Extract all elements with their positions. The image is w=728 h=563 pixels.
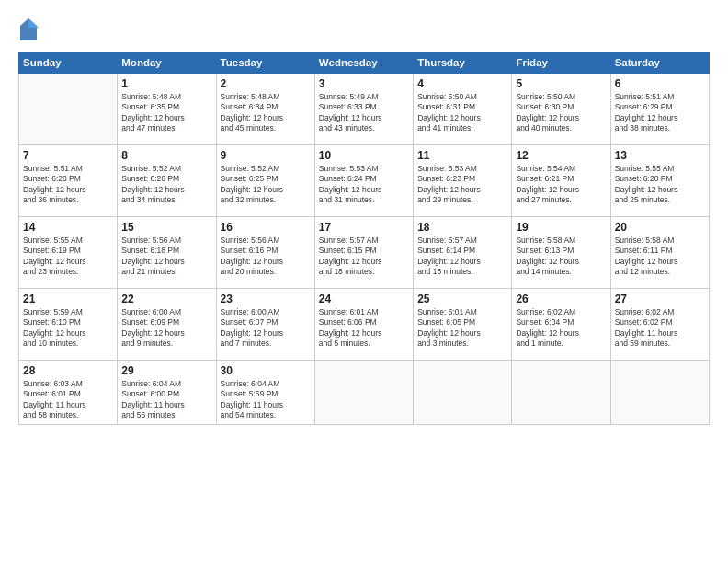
calendar-week-3: 21Sunrise: 5:59 AM Sunset: 6:10 PM Dayli… [19,289,710,361]
calendar-cell: 14Sunrise: 5:55 AM Sunset: 6:19 PM Dayli… [19,217,118,289]
calendar-cell: 5Sunrise: 5:50 AM Sunset: 6:30 PM Daylig… [512,74,610,145]
calendar-cell: 20Sunrise: 5:58 AM Sunset: 6:11 PM Dayli… [610,217,709,289]
day-number: 26 [516,293,606,305]
calendar-cell: 9Sunrise: 5:52 AM Sunset: 6:25 PM Daylig… [216,145,314,217]
day-info: Sunrise: 5:57 AM Sunset: 6:15 PM Dayligh… [319,236,409,278]
day-info: Sunrise: 5:48 AM Sunset: 6:34 PM Dayligh… [221,92,311,134]
day-number: 6 [615,77,705,90]
page-header [18,17,710,42]
calendar-cell: 19Sunrise: 5:58 AM Sunset: 6:13 PM Dayli… [512,217,610,289]
day-info: Sunrise: 5:58 AM Sunset: 6:11 PM Dayligh… [615,236,705,278]
calendar-cell: 23Sunrise: 6:00 AM Sunset: 6:07 PM Dayli… [216,289,314,361]
day-number: 12 [516,149,606,162]
day-info: Sunrise: 6:00 AM Sunset: 6:09 PM Dayligh… [121,307,211,350]
calendar-cell: 2Sunrise: 5:48 AM Sunset: 6:34 PM Daylig… [216,74,314,145]
calendar-week-4: 28Sunrise: 6:03 AM Sunset: 6:01 PM Dayli… [19,361,710,425]
day-info: Sunrise: 6:01 AM Sunset: 6:05 PM Dayligh… [417,307,507,350]
calendar-cell: 12Sunrise: 5:54 AM Sunset: 6:21 PM Dayli… [512,145,610,217]
day-number: 1 [121,77,211,90]
day-number: 30 [221,364,311,377]
day-number: 8 [121,149,211,162]
calendar-week-2: 14Sunrise: 5:55 AM Sunset: 6:19 PM Dayli… [19,217,710,289]
day-info: Sunrise: 5:51 AM Sunset: 6:29 PM Dayligh… [615,92,705,134]
day-info: Sunrise: 5:48 AM Sunset: 6:35 PM Dayligh… [121,92,211,134]
calendar-table: SundayMondayTuesdayWednesdayThursdayFrid… [18,52,710,425]
calendar-cell: 22Sunrise: 6:00 AM Sunset: 6:09 PM Dayli… [118,289,216,361]
day-info: Sunrise: 5:56 AM Sunset: 6:18 PM Dayligh… [121,236,211,278]
day-number: 7 [23,149,113,162]
day-info: Sunrise: 5:58 AM Sunset: 6:13 PM Dayligh… [516,236,606,278]
calendar-cell: 17Sunrise: 5:57 AM Sunset: 6:15 PM Dayli… [314,217,413,289]
day-number: 15 [121,221,211,234]
calendar-cell: 11Sunrise: 5:53 AM Sunset: 6:23 PM Dayli… [414,145,512,217]
day-number: 2 [221,77,311,90]
calendar-cell [610,361,709,425]
logo [18,17,40,42]
day-number: 25 [417,293,507,305]
calendar-cell: 16Sunrise: 5:56 AM Sunset: 6:16 PM Dayli… [216,217,314,289]
calendar-cell: 13Sunrise: 5:55 AM Sunset: 6:20 PM Dayli… [610,145,709,217]
weekday-header-friday: Friday [512,52,610,74]
calendar-cell: 25Sunrise: 6:01 AM Sunset: 6:05 PM Dayli… [414,289,512,361]
day-number: 19 [516,221,606,234]
day-info: Sunrise: 6:03 AM Sunset: 6:01 PM Dayligh… [23,379,113,421]
calendar-week-1: 7Sunrise: 5:51 AM Sunset: 6:28 PM Daylig… [19,145,710,217]
calendar-cell: 7Sunrise: 5:51 AM Sunset: 6:28 PM Daylig… [19,145,118,217]
day-info: Sunrise: 5:51 AM Sunset: 6:28 PM Dayligh… [23,164,113,206]
day-info: Sunrise: 5:52 AM Sunset: 6:26 PM Dayligh… [121,164,211,206]
day-info: Sunrise: 5:50 AM Sunset: 6:30 PM Dayligh… [516,92,606,134]
calendar-cell: 30Sunrise: 6:04 AM Sunset: 5:59 PM Dayli… [216,361,314,425]
day-number: 16 [221,221,311,234]
day-number: 21 [23,293,113,305]
day-info: Sunrise: 5:59 AM Sunset: 6:10 PM Dayligh… [23,307,113,350]
calendar-cell [414,361,512,425]
day-info: Sunrise: 5:54 AM Sunset: 6:21 PM Dayligh… [516,164,606,206]
calendar-cell: 6Sunrise: 5:51 AM Sunset: 6:29 PM Daylig… [610,74,709,145]
weekday-header-thursday: Thursday [414,52,512,74]
day-number: 13 [615,149,705,162]
day-number: 9 [221,149,311,162]
calendar-cell: 8Sunrise: 5:52 AM Sunset: 6:26 PM Daylig… [118,145,216,217]
day-info: Sunrise: 5:55 AM Sunset: 6:20 PM Dayligh… [615,164,705,206]
day-info: Sunrise: 6:01 AM Sunset: 6:06 PM Dayligh… [319,307,409,350]
calendar-cell [512,361,610,425]
day-number: 23 [221,293,311,305]
day-info: Sunrise: 5:49 AM Sunset: 6:33 PM Dayligh… [319,92,409,134]
day-info: Sunrise: 6:04 AM Sunset: 5:59 PM Dayligh… [221,379,311,421]
day-number: 11 [417,149,507,162]
day-number: 29 [121,364,211,377]
day-number: 10 [319,149,409,162]
day-info: Sunrise: 5:52 AM Sunset: 6:25 PM Dayligh… [221,164,311,206]
day-number: 4 [417,77,507,90]
day-number: 17 [319,221,409,234]
calendar-cell: 21Sunrise: 5:59 AM Sunset: 6:10 PM Dayli… [19,289,118,361]
calendar-cell: 24Sunrise: 6:01 AM Sunset: 6:06 PM Dayli… [314,289,413,361]
day-info: Sunrise: 6:04 AM Sunset: 6:00 PM Dayligh… [121,379,211,421]
weekday-header-row: SundayMondayTuesdayWednesdayThursdayFrid… [19,52,710,74]
weekday-header-saturday: Saturday [610,52,709,74]
calendar-cell: 27Sunrise: 6:02 AM Sunset: 6:02 PM Dayli… [610,289,709,361]
calendar-cell: 1Sunrise: 5:48 AM Sunset: 6:35 PM Daylig… [118,74,216,145]
weekday-header-sunday: Sunday [19,52,118,74]
day-info: Sunrise: 5:56 AM Sunset: 6:16 PM Dayligh… [221,236,311,278]
calendar-cell: 18Sunrise: 5:57 AM Sunset: 6:14 PM Dayli… [414,217,512,289]
day-number: 3 [319,77,409,90]
calendar-cell: 29Sunrise: 6:04 AM Sunset: 6:00 PM Dayli… [118,361,216,425]
calendar-cell: 3Sunrise: 5:49 AM Sunset: 6:33 PM Daylig… [314,74,413,145]
calendar-cell: 26Sunrise: 6:02 AM Sunset: 6:04 PM Dayli… [512,289,610,361]
day-number: 20 [615,221,705,234]
day-info: Sunrise: 5:57 AM Sunset: 6:14 PM Dayligh… [417,236,507,278]
day-number: 27 [615,293,705,305]
calendar-cell [19,74,118,145]
weekday-header-monday: Monday [118,52,216,74]
day-number: 28 [23,364,113,377]
day-info: Sunrise: 5:53 AM Sunset: 6:24 PM Dayligh… [319,164,409,206]
calendar-cell: 15Sunrise: 5:56 AM Sunset: 6:18 PM Dayli… [118,217,216,289]
day-info: Sunrise: 5:55 AM Sunset: 6:19 PM Dayligh… [23,236,113,278]
day-number: 18 [417,221,507,234]
day-info: Sunrise: 5:53 AM Sunset: 6:23 PM Dayligh… [417,164,507,206]
calendar-cell [314,361,413,425]
logo-icon [18,17,39,42]
calendar-cell: 4Sunrise: 5:50 AM Sunset: 6:31 PM Daylig… [414,74,512,145]
calendar-week-0: 1Sunrise: 5:48 AM Sunset: 6:35 PM Daylig… [19,74,710,145]
